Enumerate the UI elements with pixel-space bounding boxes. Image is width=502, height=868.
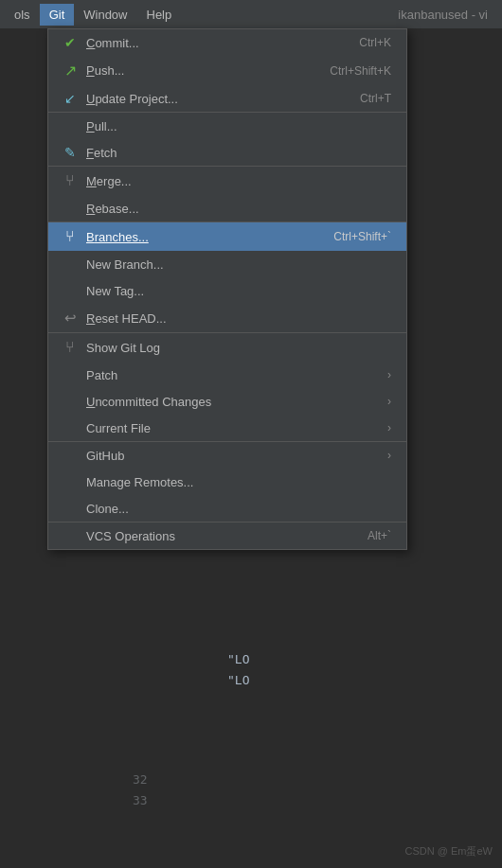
section-merge: ⑂ Merge... Rebase... (48, 167, 406, 222)
code-line-10: "LO (227, 649, 502, 670)
section-log: ⑂ Show Git Log Patch › Uncommitted Chang… (48, 333, 406, 442)
reset-head-icon: ↩ (60, 310, 81, 327)
line-numbers: 32 33 (133, 770, 148, 811)
menu-tools[interactable]: ols (5, 4, 40, 26)
new-branch-label: New Branch... (86, 257, 391, 272)
menu-item-rebase[interactable]: Rebase... (48, 195, 406, 221)
menu-window[interactable]: Window (74, 4, 136, 26)
menu-item-new-tag[interactable]: New Tag... (48, 277, 406, 304)
github-arrow: › (387, 449, 391, 462)
push-icon: ↗ (60, 62, 81, 80)
line-num-33: 33 (133, 790, 148, 811)
reset-head-label: Reset HEAD... (86, 311, 391, 326)
menu-item-github[interactable]: GitHub › (48, 442, 406, 469)
code-line-11: "LO (227, 670, 502, 691)
update-shortcut: Ctrl+T (360, 92, 391, 105)
patch-label: Patch (86, 368, 387, 382)
menu-item-current-file[interactable]: Current File › (48, 415, 406, 441)
github-label: GitHub (86, 449, 387, 463)
vcs-label: VCS Operations (86, 529, 368, 543)
pull-label: Pull... (86, 119, 391, 133)
menu-bar: ols Git Window Help ikanbanused - vi (0, 0, 502, 28)
menu-item-clone[interactable]: Clone... (48, 495, 406, 522)
uncommitted-label: Uncommitted Changes (86, 395, 387, 409)
branches-shortcut: Ctrl+Shift+` (333, 230, 391, 243)
update-label: Update Project... (86, 92, 360, 106)
section-remote: GitHub › Manage Remotes... Clone... (48, 442, 406, 523)
menu-item-patch[interactable]: Patch › (48, 362, 406, 388)
new-tag-label: New Tag... (86, 284, 391, 298)
uncommitted-arrow: › (387, 395, 391, 408)
menu-item-merge[interactable]: ⑂ Merge... (48, 167, 406, 195)
git-log-label: Show Git Log (86, 341, 391, 355)
menu-item-reset-head[interactable]: ↩ Reset HEAD... (48, 304, 406, 332)
push-shortcut: Ctrl+Shift+K (330, 64, 391, 78)
fetch-label: Fetch (86, 146, 391, 160)
merge-icon: ⑂ (60, 172, 81, 189)
menu-item-pull[interactable]: Pull... (48, 113, 406, 139)
update-icon: ↙ (60, 91, 81, 106)
manage-remotes-label: Manage Remotes... (86, 475, 391, 489)
rebase-label: Rebase... (86, 202, 391, 216)
menu-item-show-git-log[interactable]: ⑂ Show Git Log (48, 333, 406, 362)
git-dropdown-menu: ✔ Commit... Ctrl+K ↗ Push... Ctrl+Shift+… (47, 28, 407, 550)
window-title: ikanbanused - vi (398, 8, 488, 22)
commit-icon: ✔ (60, 35, 81, 50)
branches-icon: ⑂ (60, 228, 81, 245)
menu-item-fetch[interactable]: ✎ Fetch (48, 139, 406, 166)
line-num-32: 32 (133, 770, 148, 790)
current-file-label: Current File (86, 421, 387, 435)
menu-item-vcs-operations[interactable]: VCS Operations Alt+` (48, 523, 406, 549)
vcs-shortcut: Alt+` (368, 529, 391, 542)
menu-item-push[interactable]: ↗ Push... Ctrl+Shift+K (48, 56, 406, 85)
menu-item-branches[interactable]: ⑂ Branches... Ctrl+Shift+` (48, 222, 406, 251)
menu-item-new-branch[interactable]: New Branch... (48, 251, 406, 277)
section-pull: Pull... ✎ Fetch (48, 113, 406, 167)
merge-label: Merge... (86, 174, 391, 188)
menu-git[interactable]: Git (40, 4, 75, 26)
patch-arrow: › (387, 368, 391, 381)
section-vcs: VCS Operations Alt+` (48, 523, 406, 549)
current-file-arrow: › (387, 421, 391, 434)
section-commit: ✔ Commit... Ctrl+K ↗ Push... Ctrl+Shift+… (48, 29, 406, 113)
menu-help[interactable]: Help (137, 4, 182, 26)
commit-label: Commit... (86, 36, 359, 50)
clone-label: Clone... (86, 502, 391, 516)
menu-item-commit[interactable]: ✔ Commit... Ctrl+K (48, 29, 406, 56)
push-label: Push... (86, 63, 330, 78)
git-log-icon: ⑂ (60, 339, 81, 356)
branches-label: Branches... (86, 230, 333, 244)
menu-item-manage-remotes[interactable]: Manage Remotes... (48, 469, 406, 495)
fetch-icon: ✎ (60, 145, 81, 160)
section-branches: ⑂ Branches... Ctrl+Shift+` New Branch...… (48, 222, 406, 333)
menu-item-update[interactable]: ↙ Update Project... Ctrl+T (48, 85, 406, 112)
watermark: CSDN @ Em蛋eW (405, 844, 493, 859)
commit-shortcut: Ctrl+K (359, 36, 391, 49)
menu-item-uncommitted-changes[interactable]: Uncommitted Changes › (48, 388, 406, 415)
